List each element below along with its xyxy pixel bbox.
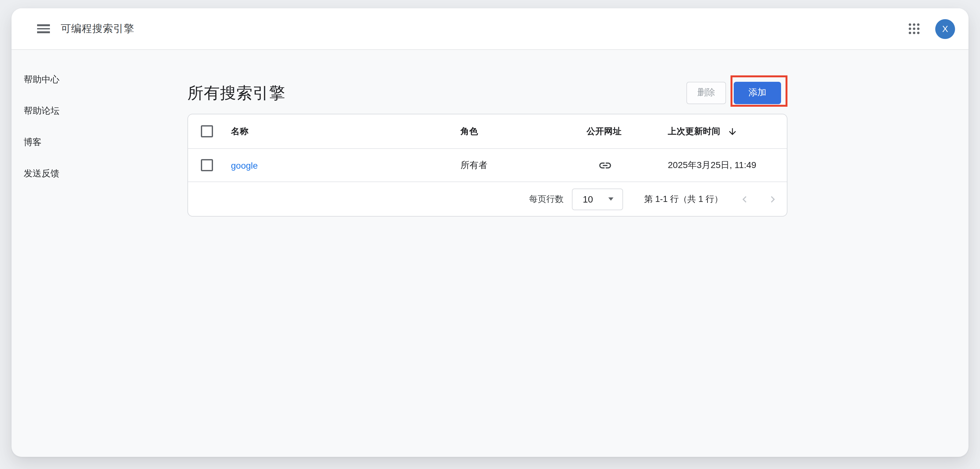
column-header-last-updated-label: 上次更新时间	[668, 125, 720, 137]
sort-desc-arrow-icon	[727, 126, 738, 136]
sidebar-item-blog[interactable]: 博客	[24, 137, 176, 149]
row-checkbox-cell	[188, 159, 231, 171]
action-buttons: 删除 添加	[686, 81, 788, 104]
add-button-wrap: 添加	[734, 81, 781, 104]
public-url-link-icon[interactable]	[598, 158, 612, 172]
page-title: 所有搜索引擎	[188, 82, 285, 103]
column-header-role[interactable]: 角色	[461, 125, 587, 137]
header-checkbox-cell	[188, 125, 231, 137]
apps-grid-icon[interactable]	[908, 23, 920, 35]
rows-per-page-value: 10	[583, 194, 593, 204]
rows-per-page-select[interactable]: 10	[572, 188, 623, 210]
hamburger-menu-icon[interactable]	[37, 24, 50, 33]
sidebar: 帮助中心 帮助论坛 博客 发送反馈	[11, 50, 176, 456]
row-last-updated-cell: 2025年3月25日, 11:49	[668, 159, 787, 171]
page: 可编程搜索引擎 X 帮助中心 帮助论坛 博客 发送反馈	[0, 0, 980, 469]
row-name-cell: google	[231, 159, 461, 171]
sidebar-item-send-feedback[interactable]: 发送反馈	[24, 168, 176, 181]
row-role-cell: 所有者	[461, 159, 587, 171]
main-panel: 所有搜索引擎 删除 添加 名称	[176, 50, 969, 456]
caret-down-icon	[608, 197, 614, 201]
search-engines-table: 名称 角色 公开网址 上次更新时间	[188, 114, 788, 217]
sidebar-item-help-forum[interactable]: 帮助论坛	[24, 105, 176, 118]
table-footer: 每页行数 10 第 1-1 行（共 1 行）	[188, 182, 787, 216]
table-row: google 所有者 2025年3月25日, 11:49	[188, 149, 787, 182]
app-window: 可编程搜索引擎 X 帮助中心 帮助论坛 博客 发送反馈	[11, 8, 969, 457]
sidebar-item-help-center[interactable]: 帮助中心	[24, 74, 176, 87]
pagination-range-text: 第 1-1 行（共 1 行）	[644, 193, 723, 205]
app-title: 可编程搜索引擎	[61, 22, 134, 35]
column-header-name[interactable]: 名称	[231, 125, 461, 137]
row-public-url-cell	[587, 158, 668, 172]
content-area: 帮助中心 帮助论坛 博客 发送反馈 所有搜索引擎 删除 添加	[11, 50, 969, 456]
select-all-checkbox[interactable]	[201, 125, 213, 137]
app-bar: 可编程搜索引擎 X	[11, 8, 969, 50]
rows-per-page-label: 每页行数	[529, 193, 563, 205]
column-header-last-updated[interactable]: 上次更新时间	[668, 125, 787, 137]
column-header-public-url[interactable]: 公开网址	[587, 125, 668, 137]
table-header-row: 名称 角色 公开网址 上次更新时间	[188, 114, 787, 149]
delete-button[interactable]: 删除	[686, 81, 726, 104]
title-row: 所有搜索引擎 删除 添加	[188, 77, 788, 109]
row-checkbox[interactable]	[201, 159, 213, 171]
add-button[interactable]: 添加	[734, 81, 781, 104]
engine-name-link[interactable]: google	[231, 160, 258, 170]
avatar[interactable]: X	[935, 19, 955, 39]
previous-page-button[interactable]	[738, 193, 751, 206]
next-page-button[interactable]	[766, 193, 779, 206]
